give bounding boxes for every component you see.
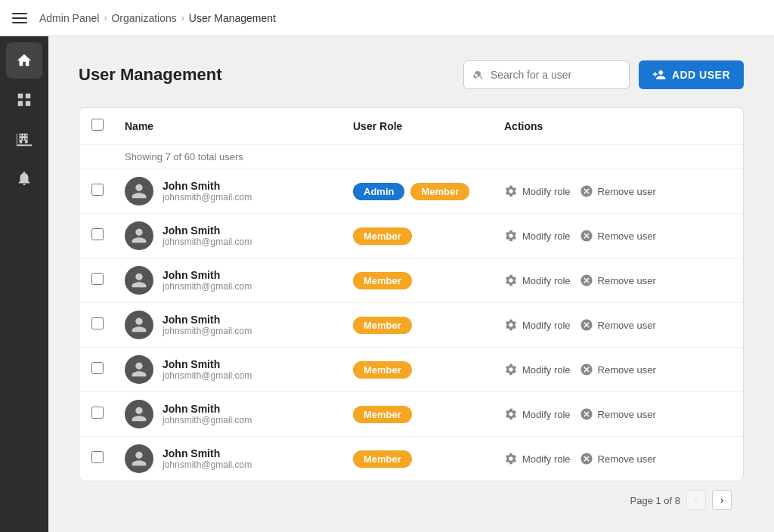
user-info: John Smith johnsmith@gmail.com (163, 180, 252, 203)
table-row: John Smith johnsmith@gmail.com Member Mo… (79, 258, 743, 303)
role-cell: Member (353, 406, 504, 423)
user-name: John Smith (163, 447, 252, 459)
modify-role-button[interactable]: Modify role (504, 184, 571, 198)
grid-icon (16, 91, 33, 108)
remove-user-button[interactable]: Remove user (580, 318, 656, 332)
remove-user-button[interactable]: Remove user (580, 274, 656, 287)
gear-icon (504, 274, 518, 287)
modify-role-button[interactable]: Modify role (504, 318, 571, 332)
building-icon (16, 131, 33, 147)
user-info: John Smith johnsmith@gmail.com (163, 314, 252, 336)
breadcrumb-admin-panel[interactable]: Admin Panel (39, 12, 99, 24)
sidebar-item-grid[interactable] (6, 82, 42, 118)
remove-icon (580, 363, 593, 376)
search-input[interactable] (491, 69, 620, 81)
modify-role-button[interactable]: Modify role (504, 274, 571, 287)
badge-member: Member (353, 450, 412, 468)
user-email: johnsmith@gmail.com (163, 459, 252, 470)
user-name: John Smith (163, 180, 252, 192)
row-checkbox[interactable] (91, 228, 104, 240)
remove-user-button[interactable]: Remove user (580, 184, 656, 198)
avatar (125, 266, 153, 295)
badge-member: Member (353, 406, 412, 423)
row-checkbox[interactable] (91, 273, 104, 285)
modify-role-button[interactable]: Modify role (504, 229, 571, 243)
user-info: John Smith johnsmith@gmail.com (163, 358, 252, 381)
remove-icon (580, 452, 593, 466)
row-checkbox[interactable] (91, 184, 104, 196)
modify-role-label: Modify role (522, 364, 571, 376)
breadcrumb-organizations[interactable]: Organizations (111, 12, 176, 24)
actions-cell: Modify role Remove user (504, 452, 731, 466)
badge-member: Member (353, 317, 412, 334)
user-email: johnsmith@gmail.com (163, 326, 252, 336)
actions-cell: Modify role Remove user (504, 274, 731, 287)
add-user-button[interactable]: ADD USER (639, 60, 744, 89)
table-row: John Smith johnsmith@gmail.com Member Mo… (79, 348, 743, 392)
table-subheader: Showing 7 of 60 total users (79, 145, 743, 169)
row-checkbox[interactable] (91, 317, 104, 329)
sidebar-item-home[interactable] (6, 42, 42, 79)
row-checkbox-cell (91, 317, 125, 332)
col-header-name: Name (125, 120, 353, 132)
row-checkbox-cell (91, 362, 125, 377)
remove-icon (580, 229, 593, 243)
user-cell: John Smith johnsmith@gmail.com (125, 400, 353, 428)
table-row: John Smith johnsmith@gmail.com Member Mo… (79, 392, 743, 437)
breadcrumb-user-management: User Management (189, 12, 276, 24)
modify-role-label: Modify role (522, 230, 571, 242)
user-email: johnsmith@gmail.com (163, 192, 252, 203)
modify-role-button[interactable]: Modify role (504, 407, 571, 421)
pagination-next-button[interactable]: › (712, 490, 732, 510)
breadcrumb: Admin Panel › Organizations › User Manag… (39, 12, 276, 24)
role-cell: Admin Member (353, 183, 504, 200)
modify-role-button[interactable]: Modify role (504, 363, 571, 376)
modify-role-button[interactable]: Modify role (504, 452, 571, 466)
remove-icon (580, 318, 593, 332)
row-checkbox-cell (91, 407, 125, 422)
remove-user-button[interactable]: Remove user (580, 407, 656, 421)
badge-member: Member (353, 361, 412, 379)
user-name: John Smith (163, 314, 252, 326)
remove-user-button[interactable]: Remove user (580, 363, 656, 376)
row-checkbox-cell (91, 228, 125, 243)
badge-member: Member (353, 272, 412, 289)
remove-user-button[interactable]: Remove user (580, 229, 656, 243)
actions-cell: Modify role Remove user (504, 184, 731, 198)
user-email: johnsmith@gmail.com (163, 370, 252, 381)
actions-cell: Modify role Remove user (504, 318, 731, 332)
remove-user-label: Remove user (598, 364, 656, 376)
menu-icon[interactable] (12, 13, 27, 23)
breadcrumb-sep-1: › (104, 13, 107, 23)
select-all-checkbox[interactable] (91, 119, 104, 131)
header-actions: ADD USER (463, 60, 744, 89)
gear-icon (504, 452, 518, 466)
user-cell: John Smith johnsmith@gmail.com (125, 444, 353, 473)
table-row: John Smith johnsmith@gmail.com Member Mo… (79, 303, 743, 348)
user-email: johnsmith@gmail.com (163, 415, 252, 425)
role-cell: Member (353, 450, 504, 468)
row-checkbox[interactable] (91, 451, 104, 463)
user-info: John Smith johnsmith@gmail.com (163, 403, 252, 425)
remove-user-button[interactable]: Remove user (580, 452, 656, 466)
table-row: John Smith johnsmith@gmail.com Member Mo… (79, 437, 743, 481)
breadcrumb-sep-2: › (181, 13, 184, 23)
topbar: Admin Panel › Organizations › User Manag… (0, 0, 774, 36)
sidebar-item-building[interactable] (6, 121, 42, 157)
remove-user-label: Remove user (598, 453, 656, 465)
role-cell: Member (353, 361, 504, 379)
user-name: John Smith (163, 269, 252, 281)
user-name: John Smith (163, 224, 252, 237)
modify-role-label: Modify role (522, 186, 571, 197)
sidebar-item-bell[interactable] (6, 160, 42, 196)
add-user-label: ADD USER (672, 69, 730, 81)
row-checkbox[interactable] (91, 407, 104, 419)
user-cell: John Smith johnsmith@gmail.com (125, 311, 353, 339)
remove-user-label: Remove user (598, 409, 656, 420)
row-checkbox[interactable] (91, 362, 104, 374)
col-header-actions: Actions (504, 120, 731, 132)
search-box[interactable] (463, 60, 630, 89)
avatar (125, 221, 153, 250)
avatar (125, 177, 153, 206)
pagination-prev-button[interactable]: ‹ (686, 490, 706, 510)
